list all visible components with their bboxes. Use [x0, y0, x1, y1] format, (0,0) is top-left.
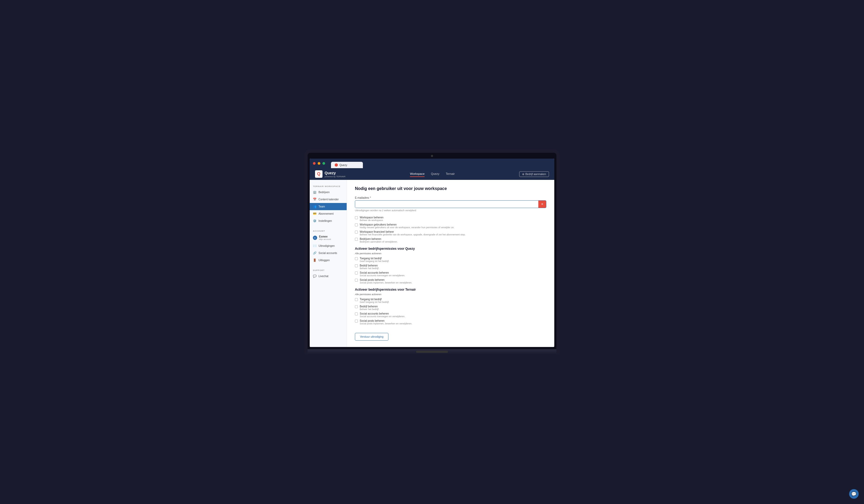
perm-title-workspace-beheren: Workspace beheren — [360, 216, 384, 219]
laptop-notch — [416, 351, 448, 353]
checkbox-quezy-toegang[interactable] — [355, 257, 358, 260]
account-info: Esmee Mijn account — [319, 235, 331, 241]
sidebar-support-section: SUPPORT — [310, 267, 347, 273]
email-section: E-mailadres * ✕ Uitnodigingen worden na … — [355, 196, 546, 212]
browser-tab[interactable]: Quezy — [331, 162, 363, 168]
subscription-icon: 💳 — [313, 212, 316, 216]
chat-floating-button[interactable]: 💬 — [849, 489, 859, 499]
sidebar: TERNAIR WORKSPACE 🏢 Bedrijven 📅 Content … — [310, 180, 347, 347]
checkbox-bedrijven-beheren[interactable] — [355, 238, 358, 241]
sidebar-item-abonnement[interactable]: 💳 Abonnement — [310, 210, 347, 217]
checkbox-workspace-gebruikers[interactable] — [355, 223, 358, 226]
logo-name: Quezy — [325, 171, 336, 175]
browser-tabs: Quezy — [328, 159, 554, 168]
account-name: Esmee — [319, 235, 331, 238]
content-area: Nodig een gebruiker uit voor jouw worksp… — [347, 180, 554, 347]
perm-desc-ternair-bedrijf: Beheer het bedrijf. — [360, 308, 379, 310]
checkbox-ternair-bedrijf[interactable] — [355, 305, 358, 308]
nav-tab-ternair[interactable]: Ternair — [446, 171, 455, 177]
sidebar-item-mijn-account[interactable]: E Esmee Mijn account — [310, 233, 347, 242]
email-submit-icon[interactable]: ✕ — [538, 200, 546, 208]
sidebar-item-content-kalender[interactable]: 📅 Content kalender — [310, 196, 347, 203]
minimize-button[interactable] — [318, 162, 320, 165]
perm-desc-quezy-social-accounts: Social accounts toevoegen en verwijderen… — [360, 274, 405, 277]
perm-row-ternair-bedrijf: Bedrijf beheren Beheer het bedrijf. — [355, 305, 546, 310]
perm-row-bedrijven-beheren: Bedrijven beheren Bedrijven aanmaken of … — [355, 237, 546, 243]
tab-label: Quezy — [339, 164, 347, 167]
sidebar-item-uitnodigingen[interactable]: ✉️ Uitnodigingen — [310, 242, 347, 249]
perm-row-ternair-social-accounts: Social accounts beheren Social accounts … — [355, 312, 546, 318]
perm-desc-ternair-toegang: Geef toegang tot het bedrijf. — [360, 301, 389, 304]
create-company-label: Bedrijf aanmaken — [525, 173, 546, 176]
quezy-perms-group: Toegang tot bedrijf Geef toegang tot het… — [355, 257, 546, 284]
perm-text-quezy-social-accounts: Social accounts beheren Social accounts … — [360, 271, 405, 277]
perm-desc-workspace-beheren: Beheer de workspace. — [360, 219, 384, 222]
nav-tab-workspace[interactable]: Workspace — [410, 171, 424, 177]
page-title: Nodig een gebruiker uit voor jouw worksp… — [355, 186, 546, 191]
sidebar-label-uitnodigingen: Uitnodigingen — [319, 244, 335, 247]
sidebar-workspace-section: TERNAIR WORKSPACE — [310, 183, 347, 189]
workspace-perms-group: Workspace beheren Beheer de workspace. W… — [355, 216, 546, 243]
perm-title-quezy-social-accounts: Social accounts beheren — [360, 271, 405, 274]
main-layout: TERNAIR WORKSPACE 🏢 Bedrijven 📅 Content … — [310, 180, 554, 347]
checkbox-ternair-social-posts[interactable] — [355, 320, 358, 322]
quezy-all-perms-label: Alle permissies activeren — [355, 252, 546, 255]
perm-desc-quezy-bedrijf: Beheer het bedrijf. — [360, 267, 379, 270]
calendar-icon: 📅 — [313, 198, 316, 201]
checkbox-workspace-beheren[interactable] — [355, 216, 358, 219]
checkbox-quezy-social-accounts[interactable] — [355, 271, 358, 274]
perm-text-workspace-beheren: Workspace beheren Beheer de workspace. — [360, 216, 384, 222]
logo-area: Q Quezy powered by TERNAIR — [315, 170, 346, 178]
laptop-bottom — [308, 349, 556, 354]
perm-text-ternair-toegang: Toegang tot bedrijf Geef toegang tot het… — [360, 298, 389, 304]
perm-row-ternair-toegang: Toegang tot bedrijf Geef toegang tot het… — [355, 298, 546, 304]
checkbox-workspace-financieel[interactable] — [355, 231, 358, 234]
checkbox-ternair-toegang[interactable] — [355, 298, 358, 301]
email-hint: Uitnodigingen worden na 2 weken automati… — [355, 209, 546, 212]
sidebar-item-uitloggen[interactable]: 🚪 Uitloggen — [310, 257, 347, 264]
create-company-button[interactable]: ⊕ Bedrijf aanmaken — [519, 171, 549, 177]
sidebar-item-bedrijven[interactable]: 🏢 Bedrijven — [310, 189, 347, 196]
email-input[interactable] — [355, 201, 538, 208]
plus-icon: ⊕ — [522, 173, 524, 176]
ternair-all-perms-label: Alle permissies activeren — [355, 293, 546, 296]
checkbox-ternair-social-accounts[interactable] — [355, 312, 358, 315]
perm-text-ternair-bedrijf: Bedrijf beheren Beheer het bedrijf. — [360, 305, 379, 310]
sidebar-label-uitloggen: Uitloggen — [319, 259, 329, 262]
browser-controls — [310, 159, 328, 168]
sidebar-label-livechat: Livechat — [319, 275, 328, 278]
sidebar-item-livechat[interactable]: 💬 Livechat — [310, 273, 347, 280]
perm-desc-workspace-gebruikers: Nodig nieuwe gebruikers uit voor de work… — [360, 226, 454, 229]
sidebar-item-instellingen[interactable]: ⚙️ Instellingen — [310, 217, 347, 224]
sidebar-item-team[interactable]: 👥 Team — [310, 203, 347, 210]
sidebar-label-abonnement: Abonnement — [319, 212, 334, 215]
perm-row-quezy-social-accounts: Social accounts beheren Social accounts … — [355, 271, 546, 277]
checkbox-quezy-social-posts[interactable] — [355, 279, 358, 282]
account-sub: Mijn account — [319, 238, 331, 241]
account-avatar: E — [313, 236, 317, 240]
submit-invitation-button[interactable]: Verstuur uitnodiging — [355, 333, 388, 341]
sidebar-account-section: ACCOUNT — [310, 228, 347, 233]
sidebar-item-social-accounts[interactable]: 🔗 Social accounts — [310, 249, 347, 257]
nav-tabs: Workspace Quezy Ternair — [351, 171, 514, 177]
perm-text-quezy-bedrijf: Bedrijf beheren Beheer het bedrijf. — [360, 264, 379, 270]
perm-title-quezy-toegang: Toegang tot bedrijf — [360, 257, 389, 260]
social-icon: 🔗 — [313, 251, 316, 255]
camera — [431, 155, 433, 157]
checkbox-quezy-bedrijf[interactable] — [355, 265, 358, 267]
screen-bezel: Quezy Q Quezy powered by TERNAIR Workspa — [308, 153, 556, 349]
perm-text-workspace-financieel: Workspace financieel beheer Beheer het f… — [360, 230, 466, 236]
app-header: Q Quezy powered by TERNAIR Workspace Que… — [310, 168, 554, 180]
logo-subtitle: powered by TERNAIR — [325, 175, 346, 178]
perm-row-workspace-gebruikers: Workspace gebruikers beheren Nodig nieuw… — [355, 223, 546, 229]
nav-tab-quezy[interactable]: Quezy — [431, 171, 440, 177]
perm-text-quezy-toegang: Toegang tot bedrijf Geef toegang tot het… — [360, 257, 389, 262]
perm-title-bedrijven-beheren: Bedrijven beheren — [360, 237, 398, 241]
maximize-button[interactable] — [323, 162, 325, 165]
close-button[interactable] — [313, 162, 315, 165]
browser-window: Quezy Q Quezy powered by TERNAIR Workspa — [310, 159, 554, 347]
perm-desc-workspace-financieel: Beheer het financiële gedeelte van de wo… — [360, 233, 466, 236]
perm-desc-quezy-toegang: Geef toegang tot het bedrijf. — [360, 260, 389, 262]
perm-desc-quezy-social-posts: Social posts inplannen, bewerken en verw… — [360, 281, 412, 284]
sidebar-label-content-kalender: Content kalender — [319, 198, 339, 201]
